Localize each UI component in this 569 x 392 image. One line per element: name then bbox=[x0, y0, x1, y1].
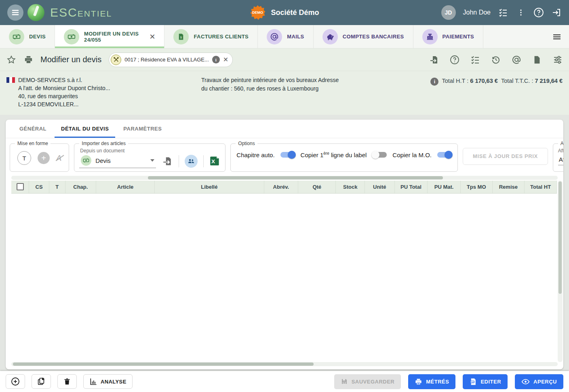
save-icon bbox=[341, 378, 348, 385]
mise-en-forme-group: Mise en forme T + A bbox=[10, 141, 69, 172]
tabs-overflow-menu-icon[interactable] bbox=[545, 25, 569, 48]
history-icon[interactable] bbox=[491, 55, 501, 65]
col-header-unite: Unité bbox=[365, 181, 394, 193]
print-icon[interactable] bbox=[23, 55, 33, 65]
project-description: Travaux de peinture intérieure de vos bu… bbox=[201, 76, 355, 108]
sauvegarder-button[interactable]: SAUVEGARDER bbox=[334, 374, 401, 389]
affichages-group: Affichages Afficher la colo Afficher bbox=[553, 141, 563, 172]
table-horizontal-scrollbar-top[interactable] bbox=[11, 176, 558, 180]
editer-button[interactable]: PDF EDITER bbox=[463, 374, 508, 389]
avatar[interactable]: JD bbox=[441, 5, 456, 20]
total-ht-value: 6 170,63 € bbox=[470, 78, 498, 84]
brand-name: ESCentiel bbox=[50, 6, 112, 19]
duplicate-row-button[interactable] bbox=[32, 374, 51, 389]
checklist-icon[interactable] bbox=[470, 55, 480, 65]
quote-header: Modifier un devis 0017 ; Résidence EVA à… bbox=[0, 48, 569, 115]
col-header-sel bbox=[11, 181, 29, 193]
project-chip[interactable]: 0017 ; Résidence EVA à VILLAGE... i ✕ bbox=[109, 53, 233, 67]
copier-mo-label: Copier la M.O. bbox=[392, 152, 432, 158]
svg-text:PDF: PDF bbox=[470, 381, 474, 383]
mise-a-jour-prix-button[interactable]: MISE À JOUR DES PRIX bbox=[463, 148, 548, 165]
main-tab-paiements[interactable]: PAIEMENTS bbox=[413, 25, 483, 48]
detail-tab-g-n-ral[interactable]: GÉNÉRAL bbox=[13, 120, 53, 138]
add-row-button[interactable] bbox=[6, 374, 25, 389]
copier-ligne-toggle[interactable] bbox=[372, 152, 387, 158]
main-tabs: DEVISMODIFIER UN DEVIS24/055✕$FACTURES C… bbox=[0, 25, 569, 48]
main-tab-factures-clients[interactable]: $FACTURES CLIENTS bbox=[164, 25, 258, 48]
project-info-icon[interactable]: i bbox=[212, 56, 220, 63]
metres-button[interactable]: MÉTRÉS bbox=[408, 374, 455, 389]
import-document-icon[interactable] bbox=[429, 55, 439, 65]
copier-mo-toggle[interactable] bbox=[437, 152, 452, 158]
tab-label: FACTURES CLIENTS bbox=[194, 34, 249, 40]
excel-export-icon[interactable]: X bbox=[209, 155, 220, 168]
delete-row-button[interactable] bbox=[57, 374, 77, 389]
table-vertical-scrollbar[interactable] bbox=[558, 181, 563, 362]
document-type-select[interactable]: Devis bbox=[79, 154, 156, 168]
table-horizontal-scrollbar-bottom[interactable] bbox=[11, 362, 558, 366]
detail-tabs: GÉNÉRALDÉTAIL DU DEVISPARAMÈTRES bbox=[6, 120, 563, 138]
scrollbar-thumb[interactable] bbox=[13, 362, 314, 366]
col-header-pu_mat: PU Mat. bbox=[428, 181, 461, 193]
clear-format-icon[interactable]: A bbox=[56, 154, 61, 163]
menu-button[interactable] bbox=[7, 4, 23, 21]
detail-tab-param-tres[interactable]: PARAMÈTRES bbox=[117, 120, 168, 138]
total-ttc-value: 7 219,64 € bbox=[535, 78, 563, 84]
client-line: 40, rue des marguerites bbox=[18, 92, 110, 100]
france-flag-icon bbox=[6, 77, 15, 83]
money-icon bbox=[64, 29, 79, 44]
logout-icon[interactable] bbox=[551, 7, 562, 18]
import-from-document-icon[interactable] bbox=[162, 156, 173, 167]
bar-chart-icon bbox=[89, 377, 97, 386]
invoice-icon: $ bbox=[173, 29, 189, 44]
add-format-button[interactable]: + bbox=[38, 152, 50, 164]
favorite-star-icon[interactable] bbox=[6, 55, 16, 65]
scrollbar-thumb[interactable] bbox=[558, 181, 562, 294]
page-title: Modifier un devis bbox=[40, 55, 101, 64]
col-header-remise: Remise bbox=[492, 181, 525, 193]
main-tab-comptes-bancaires[interactable]: COMPTES BANCAIRES bbox=[314, 25, 413, 48]
detail-tab-d-tail-du-devis[interactable]: DÉTAIL DU DEVIS bbox=[55, 120, 115, 138]
select-all-checkbox[interactable] bbox=[17, 183, 24, 190]
table-header-row: CSTChap.ArticleLibelléAbrév.QtéStockUnit… bbox=[11, 181, 557, 193]
col-header-total: Total HT bbox=[525, 181, 557, 193]
trash-icon bbox=[63, 377, 71, 386]
printer-icon bbox=[415, 378, 422, 386]
document-icon[interactable] bbox=[532, 55, 542, 65]
text-format-button[interactable]: T bbox=[17, 151, 31, 165]
totals-info-icon[interactable]: i bbox=[430, 78, 438, 86]
main-tab-mails[interactable]: MAILS bbox=[258, 25, 313, 48]
tab-label: MODIFIER UN DEVIS24/055 bbox=[84, 31, 139, 43]
apercu-button[interactable]: APERÇU bbox=[515, 374, 563, 389]
project-chip-close-icon[interactable]: ✕ bbox=[223, 56, 228, 63]
tools-icon bbox=[111, 55, 121, 65]
tab-close-icon[interactable]: ✕ bbox=[149, 32, 155, 41]
tab-label: PAIEMENTS bbox=[443, 34, 474, 40]
main-tab-modifier-un-devis[interactable]: MODIFIER UN DEVIS24/055✕ bbox=[55, 25, 164, 48]
chapitre-auto-label: Chapitre auto. bbox=[236, 152, 274, 158]
tab-label: MAILS bbox=[287, 34, 304, 40]
demo-badge: DEMO bbox=[250, 5, 265, 20]
main-tab-devis[interactable]: DEVIS bbox=[0, 25, 55, 48]
chevron-down-icon bbox=[150, 159, 154, 162]
kebab-menu-icon[interactable] bbox=[516, 7, 526, 18]
chapitre-auto-toggle[interactable] bbox=[280, 152, 295, 158]
analyse-button[interactable]: ANALYSE bbox=[83, 374, 133, 389]
suppliers-icon[interactable] bbox=[185, 155, 198, 168]
svg-text:$: $ bbox=[181, 36, 182, 39]
devis-detail-card: GÉNÉRALDÉTAIL DU DEVISPARAMÈTRES Mise en… bbox=[6, 120, 563, 369]
client-line: DEMO-SERVICES s.à r.l. bbox=[18, 76, 110, 84]
user-name[interactable]: John Doe bbox=[463, 9, 491, 16]
tasks-checklist-icon[interactable] bbox=[498, 7, 508, 18]
email-at-icon[interactable] bbox=[512, 55, 521, 65]
client-line: A l'att. de Monsieur Dupont Christo... bbox=[18, 84, 110, 92]
client-address-block: DEMO-SERVICES s.à r.l. A l'att. de Monsi… bbox=[6, 76, 196, 108]
svg-text:X: X bbox=[211, 158, 215, 164]
help-circle-icon[interactable] bbox=[450, 55, 459, 65]
afficher-select[interactable]: Afficher bbox=[558, 155, 563, 165]
scrollbar-thumb[interactable] bbox=[148, 176, 443, 179]
help-icon[interactable] bbox=[533, 7, 544, 18]
settings-sliders-icon[interactable] bbox=[553, 55, 563, 65]
tab-label: COMPTES BANCAIRES bbox=[343, 34, 404, 40]
tab-label: DEVIS bbox=[29, 34, 46, 40]
